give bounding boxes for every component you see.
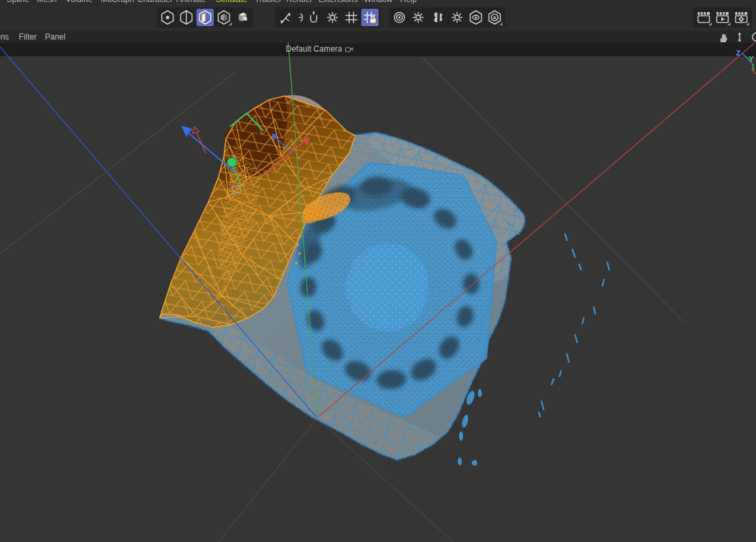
polygons-mode-button[interactable]: [196, 9, 214, 26]
symmetry-button[interactable]: [430, 9, 447, 26]
gizmo-small-red-arrow[interactable]: [196, 132, 206, 153]
camera-label-text: Default Camera: [286, 44, 342, 54]
butterfly-symmetry-icon: [431, 9, 446, 25]
viewport[interactable]: Default Camera: [0, 43, 756, 542]
grid-group: [340, 7, 381, 28]
camera-label[interactable]: Default Camera: [286, 44, 353, 54]
viewport-menu-panel[interactable]: Panel: [45, 32, 66, 42]
viewport-nav-icons: [718, 32, 756, 43]
viewport-menu-row: Options Filter Panel: [0, 31, 756, 44]
workplane-mode-icon: [235, 9, 250, 25]
render-group: [693, 7, 752, 28]
snap-magnet-button[interactable]: [305, 9, 322, 26]
mode-tools-group: [157, 7, 253, 28]
dropdown-corner: [727, 22, 731, 25]
snap-settings-button[interactable]: [324, 9, 341, 26]
points-mode-button[interactable]: [159, 9, 176, 26]
hexagon-eye-icon: [468, 9, 483, 25]
dropdown-corner: [499, 22, 503, 25]
axis-tool-icon: [278, 9, 293, 25]
scan-mesh: [160, 95, 609, 466]
axis-tool-button[interactable]: [277, 9, 294, 26]
render-picture-viewer-button[interactable]: [714, 9, 731, 26]
viewport-menu-options[interactable]: Options: [0, 32, 9, 42]
dropdown-corner: [708, 22, 712, 25]
icon-letter-a: A: [493, 15, 497, 21]
target-settings-button[interactable]: [410, 9, 427, 26]
symmetry-group: [428, 7, 468, 28]
edges-mode-icon: [179, 9, 194, 25]
gear-icon: [451, 11, 463, 23]
symmetry-settings-button[interactable]: [448, 9, 466, 26]
hex-view-button[interactable]: [467, 9, 485, 26]
axis-orientation-widget: Z Y: [736, 50, 756, 74]
view-mode-group: A: [465, 7, 505, 28]
camera-swap-icon: [345, 46, 354, 53]
magnet-icon: [306, 9, 321, 25]
main-toolbar: A: [0, 4, 756, 32]
viewport-menu-filter[interactable]: Filter: [19, 32, 37, 42]
workplane-mode-button[interactable]: [234, 9, 251, 26]
gear-icon: [326, 11, 338, 23]
points-mode-icon: [160, 9, 175, 25]
workplane-lock-button[interactable]: [361, 9, 379, 26]
orbit-rotate-icon[interactable]: [750, 32, 756, 43]
edges-mode-button[interactable]: [178, 9, 195, 26]
hex-auto-button[interactable]: A: [486, 9, 503, 26]
target-button[interactable]: [391, 9, 408, 26]
gear-icon: [412, 11, 424, 23]
grid-icon: [344, 9, 359, 25]
viewport-canvas[interactable]: Z Y: [0, 43, 756, 542]
palate-speckle: [346, 243, 429, 331]
pan-hand-icon[interactable]: [718, 32, 729, 43]
axis-widget-z-label: Z: [736, 50, 741, 57]
target-group: [389, 7, 429, 28]
gizmo-y-handle[interactable]: [227, 158, 237, 167]
render-view-button[interactable]: [695, 9, 712, 26]
axis-widget-y-label: Y: [748, 56, 754, 63]
dolly-updown-icon[interactable]: [734, 32, 745, 43]
concentric-circles-icon: [392, 9, 407, 25]
render-settings-button[interactable]: [733, 9, 750, 26]
dropdown-corner: [229, 22, 232, 25]
model-mode-button[interactable]: [215, 9, 233, 26]
polygons-mode-icon: [198, 9, 212, 25]
dropdown-corner: [746, 22, 749, 25]
snap-group: [303, 7, 343, 28]
quantize-grid-button[interactable]: [342, 9, 360, 26]
dropdown-corner: [375, 22, 378, 25]
